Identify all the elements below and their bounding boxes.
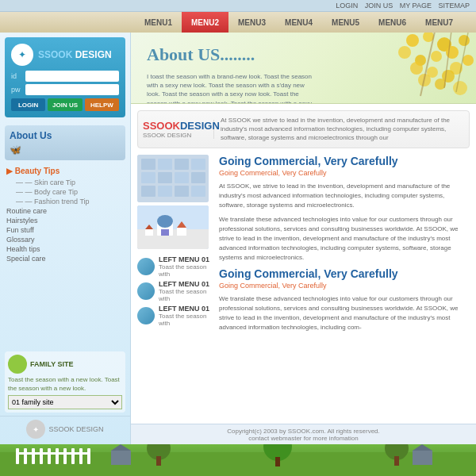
login-box: ✦ SSOOK DESIGN id pw LOGIN JOIN US HELPW: [5, 37, 125, 117]
page-footer: Copyright(c) 2003 by SSOOK.com. All righ…: [131, 424, 476, 445]
nav-menu6[interactable]: MENU6: [369, 12, 416, 33]
svg-rect-46: [48, 448, 51, 464]
sidebar-footer: ✦ SSOOK DESIGN: [0, 416, 130, 442]
section2-title: Going Commercial, Very Carefully: [219, 267, 470, 280]
sidebar-logo-icon: ✦: [11, 44, 33, 66]
svg-rect-30: [175, 186, 189, 197]
sidebar: ✦ SSOOK DESIGN id pw LOGIN JOIN US HELPW…: [0, 33, 131, 445]
sitemap-link[interactable]: SITEMAP: [438, 2, 470, 10]
id-row: id: [11, 71, 119, 82]
joinus-link[interactable]: JOIN US: [365, 2, 393, 10]
svg-rect-20: [141, 159, 155, 170]
pw-input[interactable]: [25, 84, 119, 95]
svg-rect-25: [158, 172, 172, 183]
login-button[interactable]: LOGIN: [11, 98, 45, 111]
left-menu-items: LEFT MENU 01 Toast the season with LEFT …: [137, 255, 213, 327]
family-site: FAMILY SITE Toast the season with a new …: [5, 351, 125, 413]
left-menu-sub-2: Toast the season with: [159, 313, 213, 327]
about-desc: I toast the season with a brand-new look…: [147, 72, 317, 104]
svg-rect-58: [394, 456, 399, 466]
svg-rect-36: [161, 229, 169, 236]
section1-title: Going Commercial, Very Carefully: [219, 155, 470, 167]
content-body: SSOOKDESIGN SSOOK DESIGN At SSOOK we str…: [131, 104, 476, 424]
footer-logo-text: SSOOK DESIGN: [48, 425, 103, 433]
about-heading: About US........: [147, 44, 255, 65]
content-header: About US........ I toast the season with…: [131, 33, 476, 104]
nav-menu5[interactable]: MENU5: [322, 12, 369, 33]
left-menu-dot-2: [137, 307, 155, 324]
banner-logo-subtitle: SSOOK DESIGN: [143, 132, 207, 139]
fashion-item[interactable]: — Fashion trend Tip: [16, 198, 124, 205]
left-menu-item-0[interactable]: LEFT MENU 01 Toast the season with: [137, 255, 213, 278]
family-icon: [8, 355, 27, 374]
svg-rect-48: [63, 448, 67, 464]
banner-logo-name: SSOOKDESIGN: [143, 120, 207, 132]
svg-point-35: [157, 215, 173, 228]
top-bar: LOGIN JOIN US MY PAGE SITEMAP: [0, 0, 476, 12]
content-cols: LEFT MENU 01 Toast the season with LEFT …: [137, 155, 470, 337]
left-menu-title-2: LEFT MENU 01: [159, 305, 213, 313]
nav-menu7[interactable]: MENU7: [416, 12, 463, 33]
fun-stuff-item[interactable]: Fun stuff: [6, 226, 124, 234]
svg-point-9: [463, 55, 474, 66]
svg-rect-49: [71, 448, 75, 464]
special-care-item[interactable]: Special care: [6, 255, 124, 263]
svg-point-12: [410, 62, 423, 75]
left-menu-title-1: LEFT MENU 01: [159, 280, 213, 288]
svg-rect-26: [175, 172, 189, 183]
text-column: Going Commercial, Very Carefully Going C…: [219, 155, 470, 337]
login-buttons: LOGIN JOIN US HELPW: [11, 98, 119, 111]
footer-contact[interactable]: contact webmaster for more infomation: [137, 435, 470, 442]
section1-text1: At SSOOK, we strive to lead in the inven…: [219, 182, 470, 210]
svg-rect-39: [145, 229, 153, 236]
login-link[interactable]: LOGIN: [336, 2, 358, 10]
svg-rect-54: [156, 456, 161, 466]
svg-rect-59: [111, 451, 131, 465]
health-tips-item[interactable]: Health tips: [6, 245, 124, 253]
svg-marker-62: [413, 444, 432, 451]
help-button[interactable]: HELPW: [85, 98, 119, 111]
svg-rect-21: [158, 159, 172, 170]
left-menu-sub-1: Toast the season with: [159, 288, 213, 302]
body-care-item[interactable]: — Body care Tip: [16, 188, 124, 196]
sidebar-about-section: About Us 🦋: [5, 125, 125, 160]
svg-point-6: [398, 46, 411, 59]
left-menu-content-2: LEFT MENU 01 Toast the season with: [159, 305, 213, 327]
svg-point-5: [459, 35, 470, 46]
nav-menu2[interactable]: MENU2: [182, 12, 228, 33]
family-select[interactable]: 01 family site: [8, 395, 122, 409]
nav-bar: MENU1 MENU2 MENU3 MENU4 MENU5 MENU6 MENU…: [0, 12, 476, 33]
flower-decoration: [317, 33, 476, 104]
family-logo-area: FAMILY SITE: [8, 355, 122, 374]
skin-care-item[interactable]: — Skin care Tip: [16, 178, 124, 186]
glossary-item[interactable]: Glossary: [6, 236, 124, 244]
svg-rect-61: [413, 451, 432, 465]
hairstyles-item[interactable]: Hairstyles: [6, 217, 124, 225]
left-menu-item-1[interactable]: LEFT MENU 01 Toast the season with: [137, 280, 213, 302]
join-button[interactable]: JOIN US: [48, 98, 82, 111]
svg-rect-29: [158, 186, 172, 197]
svg-rect-45: [40, 448, 43, 464]
pw-row: pw: [11, 84, 119, 95]
svg-rect-52: [16, 452, 90, 455]
nav-menu1[interactable]: MENU1: [135, 12, 182, 33]
routine-item[interactable]: Routine care: [6, 207, 124, 215]
svg-marker-60: [111, 444, 131, 451]
left-menu-item-2[interactable]: LEFT MENU 01 Toast the season with: [137, 305, 213, 327]
sidebar-logo-text: SSOOK DESIGN: [38, 49, 112, 60]
svg-rect-51: [87, 448, 90, 464]
svg-point-14: [453, 81, 467, 95]
content-area: About US........ I toast the season with…: [131, 33, 476, 445]
svg-rect-42: [16, 448, 19, 464]
image-column: LEFT MENU 01 Toast the season with LEFT …: [137, 155, 213, 337]
section2-text: We translate these advanced technologies…: [219, 294, 470, 332]
svg-point-3: [431, 51, 442, 62]
sidebar-menu: ▶ Beauty Tips — Skin care Tip — Body car…: [0, 163, 130, 348]
mypage-link[interactable]: MY PAGE: [400, 2, 432, 10]
thumb-houses: [137, 205, 209, 249]
ssook-banner-logo: SSOOKDESIGN SSOOK DESIGN: [143, 120, 214, 139]
nav-menu3[interactable]: MENU3: [228, 12, 275, 33]
nav-menu4[interactable]: MENU4: [275, 12, 322, 33]
svg-rect-37: [177, 228, 186, 236]
id-input[interactable]: [25, 71, 119, 82]
